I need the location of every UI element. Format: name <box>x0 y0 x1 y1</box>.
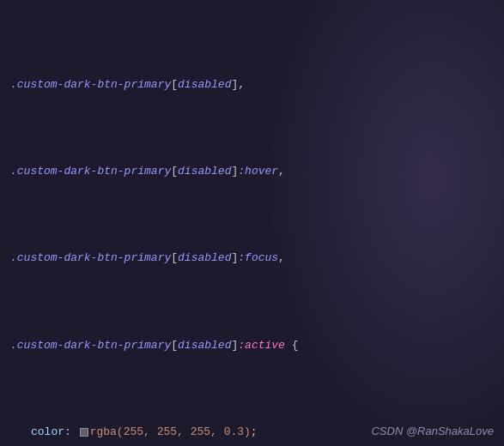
code-line-2: .custom-dark-btn-primary[disabled]:hover… <box>10 163 494 181</box>
active-keyword-1: :active <box>238 339 285 352</box>
selector-1: .custom-dark-btn-primary <box>10 78 171 91</box>
watermark: CSDN @RanShakaLove <box>371 425 494 437</box>
color-swatch-1 <box>80 428 88 437</box>
code-line-4: .custom-dark-btn-primary[disabled]:activ… <box>10 337 494 355</box>
editor-container: .custom-dark-btn-primary[disabled], .cus… <box>0 0 504 446</box>
code-line-3: .custom-dark-btn-primary[disabled]:focus… <box>10 250 494 268</box>
code-line-1: .custom-dark-btn-primary[disabled], <box>10 76 494 94</box>
code-area: .custom-dark-btn-primary[disabled], .cus… <box>0 0 504 446</box>
